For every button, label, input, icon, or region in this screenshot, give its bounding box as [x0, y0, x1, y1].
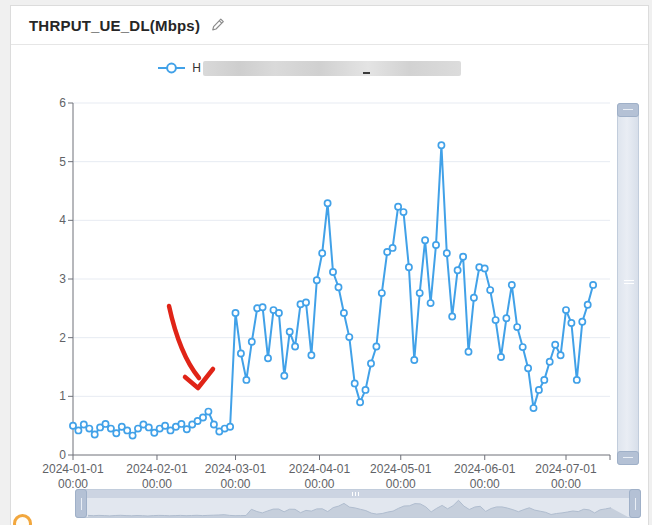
series-points[interactable]: [70, 142, 596, 439]
y-axis-tick-label: 3: [28, 272, 66, 287]
x-axis-tick-label: 2024-01-01 00:00: [31, 462, 115, 492]
y-axis-tick-label: 0: [28, 448, 66, 463]
h-slider-grip[interactable]: [352, 492, 359, 496]
y-axis-tick-label: 2: [28, 331, 66, 346]
screen: THRPUT_UE_DL(Mbps) H 01234562024-01-01 0…: [0, 0, 652, 525]
x-axis-tick-label: 2024-03-01 00:00: [194, 462, 278, 492]
y-axis-tick-label: 6: [28, 96, 66, 111]
x-axis-tick-label: 2024-05-01 00:00: [359, 462, 443, 492]
axes: [68, 103, 610, 460]
chart-plot-area[interactable]: [0, 0, 652, 525]
v-slider-grip[interactable]: [624, 280, 634, 286]
series-line: [73, 145, 593, 435]
y-axis-tick-label: 1: [28, 389, 66, 404]
red-arrow-annotation: [169, 306, 213, 388]
vertical-datazoom-slider[interactable]: [617, 103, 639, 465]
v-slider-top-handle[interactable]: [617, 103, 639, 117]
x-axis-tick-label: 2024-04-01 00:00: [278, 462, 362, 492]
x-axis-tick-label: 2024-02-01 00:00: [115, 462, 199, 492]
gridlines: [73, 103, 610, 396]
v-slider-bottom-handle[interactable]: [617, 451, 639, 465]
x-axis-tick-label: 2024-06-01 00:00: [443, 462, 527, 492]
h-slider-left-handle[interactable]: [75, 489, 87, 518]
x-axis-tick-label: 2024-07-01 00:00: [524, 462, 608, 492]
horizontal-datazoom-slider[interactable]: [75, 489, 641, 518]
y-axis-tick-label: 5: [28, 155, 66, 170]
h-slider-right-handle[interactable]: [629, 489, 641, 518]
y-axis-tick-label: 4: [28, 213, 66, 228]
